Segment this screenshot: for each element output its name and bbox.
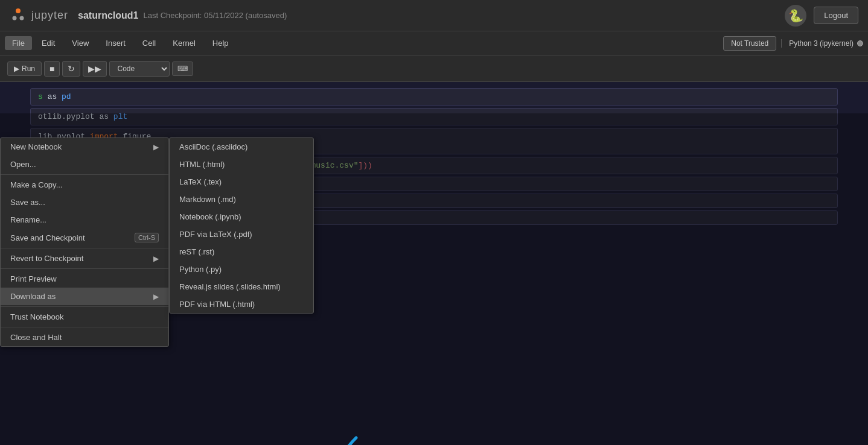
revert-arrow: ▶	[153, 254, 159, 263]
menu-close-halt[interactable]: Close and Halt	[1, 329, 168, 346]
run-icon: ▶	[14, 65, 19, 73]
separator-4	[1, 306, 168, 307]
checkpoint-text: Last Checkpoint: 05/11/2022 (autosaved)	[144, 11, 287, 20]
submenu-reveal[interactable]: Reveal.js slides (.slides.html)	[170, 278, 313, 295]
kernel-info: Python 3 (ipykernel)	[781, 39, 863, 48]
keyboard-button[interactable]: ⌨	[172, 62, 193, 76]
not-trusted-button[interactable]: Not Trusted	[723, 36, 776, 51]
python-icon: 🐍	[785, 5, 806, 27]
submenu-latex[interactable]: LaTeX (.tex)	[170, 173, 313, 191]
notebook-title: saturncloud1	[78, 10, 138, 21]
logout-button[interactable]: Logout	[814, 7, 858, 24]
menu-bar: File Edit View Insert Cell Kernel Help N…	[0, 31, 868, 55]
jupyter-logo-icon	[10, 7, 27, 24]
refresh-button[interactable]: ↻	[62, 61, 80, 77]
menu-trust-notebook[interactable]: Trust Notebook	[1, 308, 168, 326]
svg-point-2	[20, 16, 24, 20]
file-dropdown-menu: New Notebook ▶ Open... Make a Copy... Sa…	[0, 137, 169, 347]
separator-2	[1, 248, 168, 248]
submenu-markdown[interactable]: Markdown (.md)	[170, 191, 313, 208]
run-button[interactable]: ▶ Run	[7, 62, 42, 76]
top-bar-right: 🐍 Logout	[785, 5, 858, 27]
jupyter-logo: jupyter	[10, 7, 68, 24]
save-checkpoint-shortcut: Ctrl-S	[135, 233, 159, 242]
menu-item-view[interactable]: View	[65, 36, 96, 50]
submenu-html[interactable]: HTML (.html)	[170, 156, 313, 173]
menu-item-kernel[interactable]: Kernel	[165, 36, 203, 50]
fast-forward-button[interactable]: ▶▶	[83, 61, 107, 77]
svg-point-0	[16, 8, 21, 13]
menu-save-checkpoint[interactable]: Save and Checkpoint Ctrl-S	[1, 229, 168, 247]
separator-5	[1, 327, 168, 327]
jupyter-brand-text: jupyter	[31, 9, 68, 22]
submenu-asciidoc[interactable]: AsciiDoc (.asciidoc)	[170, 138, 313, 156]
menu-revert-checkpoint[interactable]: Revert to Checkpoint ▶	[1, 250, 168, 267]
menu-item-help[interactable]: Help	[205, 36, 236, 50]
menu-bar-right: Not Trusted Python 3 (ipykernel)	[723, 36, 863, 51]
top-bar: jupyter saturncloud1 Last Checkpoint: 05…	[0, 0, 868, 31]
submenu-pdf-latex[interactable]: PDF via LaTeX (.pdf)	[170, 226, 313, 243]
menu-item-insert[interactable]: Insert	[98, 36, 133, 50]
submenu-python[interactable]: Python (.py)	[170, 260, 313, 278]
menu-item-cell[interactable]: Cell	[135, 36, 163, 50]
menu-item-file[interactable]: File	[5, 36, 32, 50]
stop-button[interactable]: ■	[44, 61, 60, 77]
submenu-pdf-html[interactable]: PDF via HTML (.html)	[170, 295, 313, 313]
menu-item-edit[interactable]: Edit	[34, 36, 62, 50]
cell-type-select[interactable]: Code Markdown Raw	[109, 61, 170, 77]
menu-print-preview[interactable]: Print Preview	[1, 270, 168, 288]
kernel-status-circle	[857, 40, 863, 46]
submenu-notebook[interactable]: Notebook (.ipynb)	[170, 208, 313, 226]
menu-rename[interactable]: Rename...	[1, 211, 168, 229]
download-submenu: AsciiDoc (.asciidoc) HTML (.html) LaTeX …	[169, 137, 314, 314]
menu-open[interactable]: Open...	[1, 156, 168, 173]
svg-point-1	[13, 16, 17, 20]
menu-download-as[interactable]: Download as ▶	[1, 288, 168, 305]
code-cell-1[interactable]: s as pd	[30, 88, 838, 106]
submenu-rest[interactable]: reST (.rst)	[170, 243, 313, 260]
toolbar: ▶ Run ■ ↻ ▶▶ Code Markdown Raw ⌨	[0, 55, 868, 82]
run-label: Run	[22, 65, 35, 73]
separator-1	[1, 174, 168, 175]
menu-new-notebook[interactable]: New Notebook ▶	[1, 138, 168, 156]
new-notebook-arrow: ▶	[153, 143, 159, 151]
menu-make-copy[interactable]: Make a Copy...	[1, 176, 168, 194]
menu-save-as[interactable]: Save as...	[1, 194, 168, 211]
kernel-label: Python 3 (ipykernel)	[789, 39, 854, 48]
main-content: s as pd otlib.pyplot as plt lib.pyplot i…	[0, 82, 868, 445]
download-as-arrow: ▶	[153, 292, 159, 301]
separator-3	[1, 268, 168, 269]
